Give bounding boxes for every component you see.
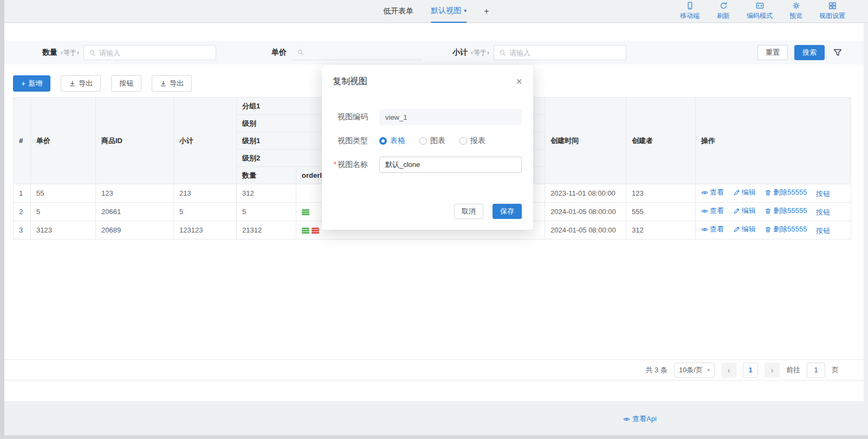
pagination-bar: 共 3 条 10条/页 ▾ ‹ 1 › 前往 页 — [4, 359, 864, 380]
edit-link[interactable]: 编辑 — [733, 224, 756, 234]
cell-ops: 查看 编辑 删除55555 按钮 — [696, 203, 851, 221]
eye-icon — [701, 208, 708, 215]
quantity-filter-box — [83, 45, 216, 60]
total-count: 共 3 条 — [645, 365, 667, 375]
quantity-operator-select[interactable]: 等于 — [61, 48, 79, 57]
radio-report[interactable]: 报表 — [459, 136, 485, 146]
radio-icon — [379, 137, 387, 145]
subtotal-operator-select[interactable]: 等于 — [471, 48, 489, 57]
goto-page-input[interactable] — [807, 363, 825, 378]
goto-label: 前往 — [786, 365, 800, 375]
filter-icon[interactable] — [833, 48, 842, 57]
refresh-button[interactable]: 刷新 — [713, 2, 734, 21]
prev-page-button[interactable]: ‹ — [721, 363, 736, 378]
thumbnail-icon-green — [302, 209, 309, 216]
search-icon — [499, 49, 506, 56]
download-icon — [69, 80, 76, 87]
thumbnail-icon-red — [312, 228, 319, 234]
delete-link[interactable]: 删除55555 — [765, 224, 807, 234]
row-button-link[interactable]: 按钮 — [816, 189, 830, 199]
view-link[interactable]: 查看 — [701, 188, 724, 197]
page-size-select[interactable]: 10条/页 ▾ — [674, 363, 715, 378]
column-header-price: 单价 — [31, 98, 96, 184]
cancel-button[interactable]: 取消 — [454, 204, 483, 219]
column-header-create-time: 创建时间 — [545, 98, 626, 184]
cell-index: 2 — [14, 203, 31, 221]
chevron-down-icon: ▾ — [707, 367, 710, 373]
cell-creator: 555 — [626, 203, 696, 221]
column-header-quantity: 数量 — [237, 167, 296, 184]
radio-table[interactable]: 表格 — [379, 136, 405, 146]
dialog-title: 复制视图 — [333, 76, 367, 87]
edit-link[interactable]: 编辑 — [733, 206, 756, 216]
save-button[interactable]: 保存 — [493, 204, 522, 219]
radio-icon — [459, 137, 467, 145]
search-icon — [89, 49, 96, 56]
cell-create-time: 2024-01-05 08:00:00 — [545, 203, 626, 221]
cell-price: 3123 — [31, 221, 96, 240]
topbar-actions: 移动端 刷新 编码模式 预览 视图设置 — [679, 2, 845, 21]
quantity-filter-input[interactable] — [99, 49, 211, 57]
price-filter-input[interactable] — [307, 48, 417, 56]
custom-button-label: 按钮 — [119, 79, 133, 88]
thumbnail-icon-green — [302, 228, 309, 234]
column-header-index: # — [14, 98, 31, 184]
view-api-link[interactable]: 查看Api — [623, 414, 657, 424]
search-button[interactable]: 搜索 — [794, 45, 825, 60]
view-name-label: * 视图名称 — [333, 160, 368, 170]
row-button-link[interactable]: 按钮 — [816, 208, 830, 217]
chevron-left-icon: ‹ — [728, 365, 730, 375]
preview-button[interactable]: 预览 — [786, 2, 806, 21]
tab-form[interactable]: 低开表单 — [383, 0, 413, 23]
view-settings-button[interactable]: 视图设置 — [819, 2, 845, 21]
view-tabs: 低开表单 默认视图 ▾ + — [383, 0, 489, 23]
dialog-footer: 取消 保存 — [454, 204, 522, 219]
next-page-button[interactable]: › — [765, 363, 780, 378]
edit-link[interactable]: 编辑 — [733, 188, 756, 197]
current-page[interactable]: 1 — [743, 363, 758, 378]
add-button[interactable]: + 新增 — [13, 75, 50, 92]
cell-product-id: 20689 — [96, 221, 174, 240]
export-button-2[interactable]: 导出 — [152, 75, 192, 92]
eye-icon — [701, 189, 708, 196]
view-code-label: 视图编码 — [333, 112, 368, 122]
view-name-input[interactable] — [379, 157, 522, 173]
cell-index: 1 — [14, 184, 31, 203]
trash-icon — [765, 208, 772, 215]
subtotal-filter-input[interactable] — [509, 49, 621, 57]
add-button-label: 新增 — [28, 79, 42, 88]
column-header-product-id: 商品ID — [96, 98, 174, 184]
code-mode-button[interactable]: 编码模式 — [747, 2, 773, 21]
view-link[interactable]: 查看 — [701, 224, 724, 234]
column-header-creator: 创建者 — [626, 98, 696, 184]
view-type-row: 视图类型 表格 图表 报表 — [333, 133, 522, 149]
reset-button[interactable]: 重置 — [757, 45, 788, 60]
tab-default-view[interactable]: 默认视图 ▾ — [431, 0, 467, 23]
cell-create-time: 2023-11-01 08:00:00 — [545, 184, 626, 203]
add-view-label: + — [484, 7, 489, 16]
delete-link[interactable]: 删除55555 — [765, 188, 807, 197]
mobile-button[interactable]: 移动端 — [679, 2, 700, 21]
column-header-ops: 操作 — [696, 98, 851, 184]
search-icon — [297, 49, 304, 56]
cell-subtotal: 213 — [174, 184, 237, 203]
quantity-filter-label: 数量 — [42, 48, 57, 57]
row-button-link[interactable]: 按钮 — [816, 226, 830, 236]
view-type-radio-group: 表格 图表 报表 — [379, 136, 485, 146]
delete-link[interactable]: 删除55555 — [765, 206, 807, 216]
view-link[interactable]: 查看 — [701, 206, 724, 216]
export-button-2-label: 导出 — [170, 79, 184, 88]
cell-ops: 查看 编辑 删除55555 按钮 — [696, 221, 851, 240]
code-icon — [756, 2, 764, 10]
radio-chart[interactable]: 图表 — [419, 136, 445, 146]
add-view-tab[interactable]: + — [484, 0, 489, 23]
custom-button[interactable]: 按钮 — [111, 75, 141, 92]
cell-price: 55 — [31, 184, 96, 203]
export-button[interactable]: 导出 — [61, 75, 101, 92]
cell-price: 5 — [31, 203, 96, 221]
gear-icon — [792, 2, 800, 10]
eye-icon — [623, 416, 630, 423]
close-icon[interactable]: × — [516, 76, 522, 87]
refresh-label: 刷新 — [717, 11, 730, 21]
view-code-input — [379, 109, 522, 125]
